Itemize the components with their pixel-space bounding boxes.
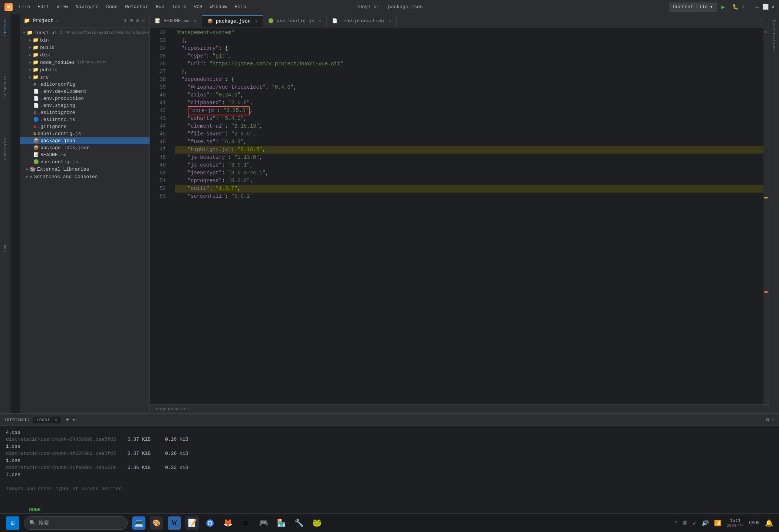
editor-scrollbar[interactable]: ⚠ 2 ▲ ▼ — [763, 27, 769, 404]
tab-vue-config[interactable]: 🟢 vue.config.js ✕ — [263, 15, 327, 27]
tab-vue-config-close[interactable]: ✕ — [319, 19, 322, 23]
editor-content: 32 33 34▶ 35 36 37 38▶ 39 40 41 42 43 44… — [150, 27, 769, 404]
taskbar-app-8[interactable]: 🔧 — [292, 516, 306, 530]
terminal-settings-icon[interactable]: ⚙ — [766, 417, 769, 423]
tree-item-eslintignore[interactable]: ⚙ .eslintignore — [20, 109, 149, 116]
project-collapse-icon[interactable]: ⊟ — [129, 17, 134, 24]
warning-marker-2 — [764, 291, 768, 293]
tree-root[interactable]: ▼ 📁 ruoyi-ui D:\ProgramTools\WebStormWor… — [20, 29, 149, 36]
term-line-4: dist\static\css\chunk-8f2243b2.cae5fd3 0… — [6, 450, 773, 457]
term-line-6: dist\static\css\chunk-25feb0b2.4e8637e 0… — [6, 464, 773, 471]
tree-item-bin[interactable]: ▶ 📁 bin — [20, 36, 149, 44]
taskbar-app-5[interactable]: ⚙️ — [239, 516, 252, 530]
tree-item-src[interactable]: ▶ 📁 src — [20, 73, 149, 81]
debug-button[interactable]: 🐛 — [732, 4, 739, 10]
project-close-icon[interactable]: ✕ — [141, 17, 146, 24]
taskbar-app-webstorm[interactable]: 🎨 — [150, 516, 163, 530]
menu-window[interactable]: Window — [207, 3, 230, 10]
tree-item-vue-config[interactable]: 🟢 vue.config.js — [20, 158, 149, 165]
tray-icon-1[interactable]: ^ — [675, 520, 677, 526]
taskbar-app-7[interactable]: 🏪 — [275, 516, 288, 530]
tree-item-babel[interactable]: ⚙ babel.config.js — [20, 130, 149, 137]
menu-tools[interactable]: Tools — [169, 3, 189, 10]
taskbar-app-word[interactable]: W — [168, 516, 181, 530]
tab-more-button[interactable]: ⋮ — [755, 19, 769, 27]
tree-item-scratches[interactable]: ▶ ✏️ Scratches and Consoles — [20, 173, 149, 180]
tree-item-readme[interactable]: 📝 README.md — [20, 151, 149, 158]
code-line-47: "highlight.js": "9.18.5", — [175, 146, 763, 154]
tab-env-prod-close[interactable]: ✕ — [388, 19, 391, 23]
terminal-new-tab-button[interactable]: + — [65, 416, 69, 424]
tray-volume[interactable]: 🔊 — [701, 519, 709, 527]
terminal-dropdown-button[interactable]: ▾ — [72, 417, 75, 423]
menu-edit[interactable]: Edit — [34, 3, 52, 10]
code-line-44: "element-ui": "2.15.13", — [175, 122, 763, 130]
taskbar-app-wechat[interactable]: 🐸 — [310, 516, 323, 530]
code-line-36: "url": "https://gitee.com/y_project/RuoY… — [175, 60, 763, 68]
tree-item-package-json[interactable]: 📦 package.json — [20, 137, 149, 144]
tray-notification[interactable]: 🔔 — [765, 519, 773, 527]
tree-item-dist[interactable]: ▶ 📁 dist — [20, 51, 149, 59]
code-line-43: "echarts": "5.4.0", — [175, 115, 763, 122]
sidebar-item-project[interactable]: Project — [3, 17, 7, 37]
menu-file[interactable]: File — [16, 3, 33, 10]
tree-item-env-staging[interactable]: 📄 .env.staging — [20, 102, 149, 109]
profile-button[interactable]: ⚡ — [742, 4, 745, 10]
menu-navigate[interactable]: Navigate — [73, 3, 102, 10]
menu-vcs[interactable]: VCS — [191, 3, 205, 10]
tree-item-node-modules[interactable]: ▶ 📁 node_modules library.root — [20, 59, 149, 66]
code-line-51: "nprogress": "0.2.0", — [175, 177, 763, 185]
code-line-38: "dependencies": { — [175, 76, 763, 83]
tab-readme[interactable]: 📝 README.md ✕ — [150, 15, 202, 27]
tray-network[interactable]: 📶 — [714, 519, 722, 527]
system-time: 16:1 — [727, 518, 744, 523]
run-button[interactable]: ▶ — [720, 3, 727, 12]
system-clock[interactable]: 16:1 2023/7/ — [727, 518, 744, 528]
code-editor[interactable]: "management-system" ], "repository": { "… — [169, 27, 763, 404]
menu-refactor[interactable]: Refactor — [122, 3, 151, 10]
taskbar-search[interactable]: 🔍 搜索 — [24, 516, 128, 530]
minimize-button[interactable]: — — [755, 3, 759, 11]
tab-package-json-close[interactable]: ✕ — [255, 19, 257, 24]
menu-code[interactable]: Code — [103, 3, 121, 10]
taskbar-app-firefox[interactable]: 🦊 — [221, 516, 234, 530]
taskbar-app-chrome[interactable] — [203, 516, 217, 530]
terminal-tab-local[interactable]: Local ✕ — [33, 417, 61, 423]
tab-package-json[interactable]: 📦 package.json ✕ — [202, 15, 263, 27]
menu-view[interactable]: View — [53, 3, 71, 10]
project-dropdown-arrow[interactable]: ▾ — [56, 19, 59, 23]
tree-item-eslintrc[interactable]: 🔵 .eslintrc.js — [20, 116, 149, 123]
tree-item-env-prod[interactable]: 📄 .env.production — [20, 95, 149, 102]
project-settings-icon[interactable]: ⚙ — [135, 17, 139, 24]
tree-item-public[interactable]: ▶ 📁 public — [20, 66, 149, 73]
taskbar-app-6[interactable]: 🎮 — [257, 516, 270, 530]
project-locate-icon[interactable]: ⊕ — [123, 17, 127, 24]
start-button[interactable]: ⊞ — [6, 516, 19, 530]
taskbar-app-notepad[interactable]: 📝 — [185, 516, 199, 530]
close-button[interactable]: ✕ — [772, 4, 775, 10]
project-panel: 📁 Project ▾ ⊕ ⊟ ⚙ ✕ ▼ 📁 ruoyi-ui D:\Prog… — [20, 14, 150, 413]
tab-vue-config-label: vue.config.js — [277, 18, 314, 24]
sidebar-item-npm[interactable]: npm — [3, 243, 7, 253]
terminal-minimize-icon[interactable]: — — [772, 417, 775, 423]
tree-item-package-lock[interactable]: 📦 package-lock.json — [20, 144, 149, 151]
tree-item-external-libs[interactable]: ▶ 📚 External Libraries — [20, 165, 149, 173]
tree-item-build[interactable]: ▶ 📁 build — [20, 44, 149, 51]
tree-item-gitignore[interactable]: ⚙ .gitignore — [20, 123, 149, 130]
tree-item-editorconfig[interactable]: ⚙ .editorconfig — [20, 81, 149, 88]
tab-readme-close[interactable]: ✕ — [194, 19, 197, 23]
sidebar-item-structure[interactable]: Structure — [3, 74, 7, 99]
run-config-selector[interactable]: Current File ▾ — [669, 3, 717, 12]
tree-item-env-dev[interactable]: 📄 .env.development — [20, 88, 149, 95]
taskbar-app-explorer[interactable]: 💻 — [132, 516, 145, 530]
maximize-button[interactable]: ⬜ — [762, 4, 769, 10]
warning-marker-1 — [764, 197, 768, 198]
menu-run[interactable]: Run — [153, 3, 167, 10]
project-panel-header: 📁 Project ▾ ⊕ ⊟ ⚙ ✕ — [20, 14, 149, 27]
menu-help[interactable]: Help — [231, 3, 249, 10]
tab-env-prod[interactable]: 📄 .env.production ✕ — [327, 15, 397, 27]
sidebar-item-bookmarks[interactable]: Bookmarks — [3, 137, 7, 161]
app-icon: W — [4, 3, 13, 11]
sidebar-item-notifications[interactable]: Notifications — [771, 17, 777, 55]
terminal-tab-close[interactable]: ✕ — [55, 418, 57, 422]
